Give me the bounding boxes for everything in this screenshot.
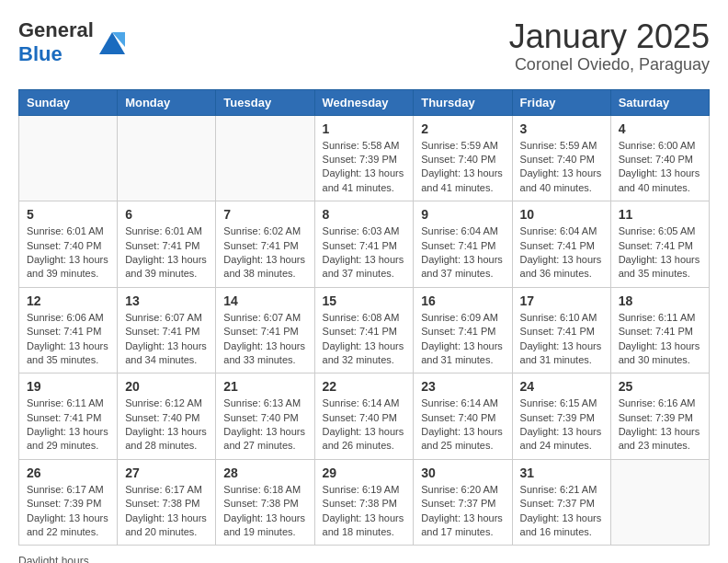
logo-icon [96, 27, 129, 60]
calendar-cell: 8Sunrise: 6:03 AMSunset: 7:41 PMDaylight… [314, 201, 414, 288]
day-info: Sunrise: 6:12 AMSunset: 7:40 PMDaylight:… [125, 396, 208, 454]
day-info: Sunrise: 6:17 AMSunset: 7:39 PMDaylight:… [27, 483, 109, 540]
calendar-cell: 27Sunrise: 6:17 AMSunset: 7:38 PMDayligh… [118, 459, 216, 546]
calendar-cell: 4Sunrise: 6:00 AMSunset: 7:40 PMDaylight… [610, 115, 709, 201]
day-info: Sunrise: 6:03 AMSunset: 7:41 PMDaylight:… [323, 224, 406, 282]
day-number: 18 [619, 293, 701, 308]
location-title: Coronel Oviedo, Paraguay [509, 55, 710, 75]
calendar-cell [216, 115, 314, 201]
day-info: Sunrise: 6:02 AMSunset: 7:41 PMDaylight:… [223, 224, 306, 282]
calendar-cell: 2Sunrise: 5:59 AMSunset: 7:40 PMDaylight… [414, 115, 512, 201]
calendar-cell: 7Sunrise: 6:02 AMSunset: 7:41 PMDaylight… [216, 201, 314, 288]
calendar-cell: 5Sunrise: 6:01 AMSunset: 7:40 PMDaylight… [19, 201, 118, 288]
day-info: Sunrise: 6:01 AMSunset: 7:41 PMDaylight:… [125, 224, 208, 282]
day-number: 8 [323, 207, 406, 222]
calendar-day-header: Wednesday [314, 89, 414, 115]
calendar-cell: 28Sunrise: 6:18 AMSunset: 7:38 PMDayligh… [216, 459, 314, 546]
calendar-cell: 1Sunrise: 5:58 AMSunset: 7:39 PMDaylight… [314, 115, 414, 201]
logo-general: General [18, 18, 94, 41]
calendar-cell: 24Sunrise: 6:15 AMSunset: 7:39 PMDayligh… [512, 373, 610, 460]
page-header: General Blue January 2025 Coronel Oviedo… [18, 18, 710, 75]
day-info: Sunrise: 6:19 AMSunset: 7:38 PMDaylight:… [323, 483, 406, 540]
day-info: Sunrise: 6:08 AMSunset: 7:41 PMDaylight:… [323, 311, 406, 368]
day-info: Sunrise: 6:15 AMSunset: 7:39 PMDaylight:… [520, 396, 603, 454]
day-number: 1 [323, 121, 406, 136]
calendar-cell [19, 115, 118, 201]
day-info: Sunrise: 6:05 AMSunset: 7:41 PMDaylight:… [619, 224, 701, 282]
day-info: Sunrise: 6:04 AMSunset: 7:41 PMDaylight:… [421, 224, 504, 282]
day-number: 28 [223, 465, 306, 480]
day-info: Sunrise: 6:10 AMSunset: 7:41 PMDaylight:… [520, 311, 603, 368]
calendar-cell: 30Sunrise: 6:20 AMSunset: 7:37 PMDayligh… [414, 459, 512, 546]
day-number: 14 [223, 293, 306, 308]
calendar-week-row: 1Sunrise: 5:58 AMSunset: 7:39 PMDaylight… [19, 115, 710, 201]
calendar-day-header: Friday [512, 89, 610, 115]
calendar-cell: 19Sunrise: 6:11 AMSunset: 7:41 PMDayligh… [19, 373, 118, 460]
day-number: 7 [223, 207, 306, 222]
calendar-week-row: 19Sunrise: 6:11 AMSunset: 7:41 PMDayligh… [19, 373, 710, 460]
calendar-day-header: Monday [118, 89, 216, 115]
day-number: 13 [125, 293, 208, 308]
day-info: Sunrise: 6:14 AMSunset: 7:40 PMDaylight:… [421, 396, 504, 454]
calendar-cell: 26Sunrise: 6:17 AMSunset: 7:39 PMDayligh… [19, 459, 118, 546]
day-number: 5 [27, 207, 109, 222]
day-info: Sunrise: 6:14 AMSunset: 7:40 PMDaylight:… [323, 396, 406, 454]
calendar-week-row: 26Sunrise: 6:17 AMSunset: 7:39 PMDayligh… [19, 459, 710, 546]
day-info: Sunrise: 6:09 AMSunset: 7:41 PMDaylight:… [421, 311, 504, 368]
day-info: Sunrise: 5:58 AMSunset: 7:39 PMDaylight:… [323, 139, 406, 196]
day-number: 2 [421, 121, 504, 136]
day-number: 22 [323, 379, 406, 394]
day-info: Sunrise: 6:13 AMSunset: 7:40 PMDaylight:… [223, 396, 306, 454]
day-info: Sunrise: 6:07 AMSunset: 7:41 PMDaylight:… [223, 311, 306, 368]
day-number: 23 [421, 379, 504, 394]
day-info: Sunrise: 5:59 AMSunset: 7:40 PMDaylight:… [421, 139, 504, 196]
day-info: Sunrise: 6:06 AMSunset: 7:41 PMDaylight:… [27, 311, 109, 368]
calendar-cell [118, 115, 216, 201]
day-number: 3 [520, 121, 603, 136]
day-number: 17 [520, 293, 603, 308]
calendar-cell: 13Sunrise: 6:07 AMSunset: 7:41 PMDayligh… [118, 287, 216, 373]
day-number: 21 [223, 379, 306, 394]
calendar-cell: 9Sunrise: 6:04 AMSunset: 7:41 PMDaylight… [414, 201, 512, 288]
calendar-week-row: 5Sunrise: 6:01 AMSunset: 7:40 PMDaylight… [19, 201, 710, 288]
day-number: 26 [27, 465, 109, 480]
calendar-cell: 3Sunrise: 5:59 AMSunset: 7:40 PMDaylight… [512, 115, 610, 201]
day-info: Sunrise: 6:07 AMSunset: 7:41 PMDaylight:… [125, 311, 208, 368]
calendar-cell: 20Sunrise: 6:12 AMSunset: 7:40 PMDayligh… [118, 373, 216, 460]
day-info: Sunrise: 6:01 AMSunset: 7:40 PMDaylight:… [27, 224, 109, 282]
day-number: 19 [27, 379, 109, 394]
day-number: 4 [619, 121, 701, 136]
calendar-cell: 12Sunrise: 6:06 AMSunset: 7:41 PMDayligh… [19, 287, 118, 373]
day-number: 9 [421, 207, 504, 222]
calendar-cell: 23Sunrise: 6:14 AMSunset: 7:40 PMDayligh… [414, 373, 512, 460]
day-number: 11 [619, 207, 701, 222]
day-number: 30 [421, 465, 504, 480]
day-number: 27 [125, 465, 208, 480]
day-number: 24 [520, 379, 603, 394]
calendar-day-header: Saturday [610, 89, 709, 115]
logo: General Blue [18, 18, 129, 66]
calendar-cell: 11Sunrise: 6:05 AMSunset: 7:41 PMDayligh… [610, 201, 709, 288]
title-block: January 2025 Coronel Oviedo, Paraguay [509, 18, 710, 75]
day-number: 15 [323, 293, 406, 308]
calendar-cell [610, 459, 709, 546]
day-info: Sunrise: 6:16 AMSunset: 7:39 PMDaylight:… [619, 396, 701, 454]
day-number: 16 [421, 293, 504, 308]
calendar-cell: 17Sunrise: 6:10 AMSunset: 7:41 PMDayligh… [512, 287, 610, 373]
calendar-cell: 29Sunrise: 6:19 AMSunset: 7:38 PMDayligh… [314, 459, 414, 546]
logo-blue: Blue [18, 42, 63, 65]
day-number: 12 [27, 293, 109, 308]
calendar-table: SundayMondayTuesdayWednesdayThursdayFrid… [18, 89, 710, 546]
calendar-cell: 21Sunrise: 6:13 AMSunset: 7:40 PMDayligh… [216, 373, 314, 460]
calendar-cell: 6Sunrise: 6:01 AMSunset: 7:41 PMDaylight… [118, 201, 216, 288]
calendar-cell: 15Sunrise: 6:08 AMSunset: 7:41 PMDayligh… [314, 287, 414, 373]
day-info: Sunrise: 6:17 AMSunset: 7:38 PMDaylight:… [125, 483, 208, 540]
calendar-header-row: SundayMondayTuesdayWednesdayThursdayFrid… [19, 89, 710, 115]
daylight-label: Daylight hours [18, 555, 89, 563]
calendar-cell: 18Sunrise: 6:11 AMSunset: 7:41 PMDayligh… [610, 287, 709, 373]
logo-text: General Blue [18, 18, 94, 66]
day-info: Sunrise: 6:04 AMSunset: 7:41 PMDaylight:… [520, 224, 603, 282]
calendar-cell: 10Sunrise: 6:04 AMSunset: 7:41 PMDayligh… [512, 201, 610, 288]
day-info: Sunrise: 5:59 AMSunset: 7:40 PMDaylight:… [520, 139, 603, 196]
calendar-day-header: Tuesday [216, 89, 314, 115]
